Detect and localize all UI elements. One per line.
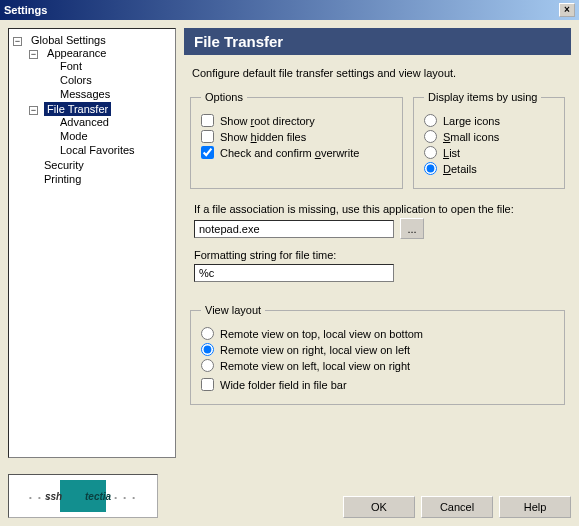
tree-appearance[interactable]: Appearance bbox=[44, 46, 109, 60]
tree-advanced[interactable]: Advanced bbox=[57, 115, 112, 129]
tree-security[interactable]: Security bbox=[41, 158, 87, 172]
close-button[interactable]: × bbox=[559, 3, 575, 17]
show-root-checkbox[interactable] bbox=[201, 114, 214, 127]
list-label: List bbox=[443, 147, 460, 159]
settings-tree: − Global Settings − Appearance Font Colo… bbox=[8, 28, 176, 458]
logo: • • • ssh tectia • • • bbox=[8, 474, 158, 518]
view-layout-group: View layout Remote view on top, local vi… bbox=[190, 304, 565, 405]
show-root-label: Show root directory bbox=[220, 115, 315, 127]
details-radio[interactable] bbox=[424, 162, 437, 175]
list-radio[interactable] bbox=[424, 146, 437, 159]
confirm-overwrite-checkbox[interactable] bbox=[201, 146, 214, 159]
tree-mode[interactable]: Mode bbox=[57, 129, 91, 143]
details-label: Details bbox=[443, 163, 477, 175]
wide-folder-checkbox[interactable] bbox=[201, 378, 214, 391]
small-icons-label: Small icons bbox=[443, 131, 499, 143]
remote-top-radio[interactable] bbox=[201, 327, 214, 340]
tree-toggle-icon[interactable]: − bbox=[13, 37, 22, 46]
main-panel: File Transfer Configure default file tra… bbox=[184, 28, 571, 458]
remote-left-label: Remote view on left, local view on right bbox=[220, 360, 410, 372]
fmt-string-input[interactable] bbox=[194, 264, 394, 282]
options-group: Options Show root directory Show hidden … bbox=[190, 91, 403, 189]
logo-tectia-text: tectia bbox=[85, 491, 111, 502]
tree-local-favorites[interactable]: Local Favorites bbox=[57, 143, 138, 157]
tree-file-transfer[interactable]: File Transfer bbox=[44, 102, 111, 116]
confirm-overwrite-label: Check and confirm overwrite bbox=[220, 147, 359, 159]
tree-toggle-icon[interactable]: − bbox=[29, 106, 38, 115]
logo-dots-icon: • • • bbox=[114, 493, 137, 502]
small-icons-radio[interactable] bbox=[424, 130, 437, 143]
options-legend: Options bbox=[201, 91, 247, 103]
titlebar: Settings × bbox=[0, 0, 579, 20]
display-legend: Display items by using bbox=[424, 91, 541, 103]
tree-printing[interactable]: Printing bbox=[41, 172, 84, 186]
page-title: File Transfer bbox=[184, 28, 571, 55]
ok-button[interactable]: OK bbox=[343, 496, 415, 518]
show-hidden-label: Show hidden files bbox=[220, 131, 306, 143]
tree-global-settings[interactable]: Global Settings bbox=[28, 33, 109, 47]
large-icons-label: Large icons bbox=[443, 115, 500, 127]
logo-ssh-text: ssh bbox=[45, 491, 62, 502]
page-description: Configure default file transfer settings… bbox=[192, 67, 563, 79]
remote-right-radio[interactable] bbox=[201, 343, 214, 356]
help-button[interactable]: Help bbox=[499, 496, 571, 518]
wide-folder-label: Wide folder field in file bar bbox=[220, 379, 347, 391]
remote-top-label: Remote view on top, local view on bottom bbox=[220, 328, 423, 340]
assoc-label: If a file association is missing, use th… bbox=[194, 203, 561, 215]
tree-toggle-icon[interactable]: − bbox=[29, 50, 38, 59]
large-icons-radio[interactable] bbox=[424, 114, 437, 127]
tree-messages[interactable]: Messages bbox=[57, 87, 113, 101]
view-layout-legend: View layout bbox=[201, 304, 265, 316]
remote-left-radio[interactable] bbox=[201, 359, 214, 372]
display-items-group: Display items by using Large icons Small… bbox=[413, 91, 565, 189]
browse-button[interactable]: ... bbox=[400, 218, 424, 239]
window-title: Settings bbox=[4, 4, 47, 16]
cancel-button[interactable]: Cancel bbox=[421, 496, 493, 518]
tree-colors[interactable]: Colors bbox=[57, 73, 95, 87]
remote-right-label: Remote view on right, local view on left bbox=[220, 344, 410, 356]
fmt-label: Formatting string for file time: bbox=[194, 249, 561, 261]
assoc-app-input[interactable] bbox=[194, 220, 394, 238]
show-hidden-checkbox[interactable] bbox=[201, 130, 214, 143]
tree-font[interactable]: Font bbox=[57, 59, 85, 73]
